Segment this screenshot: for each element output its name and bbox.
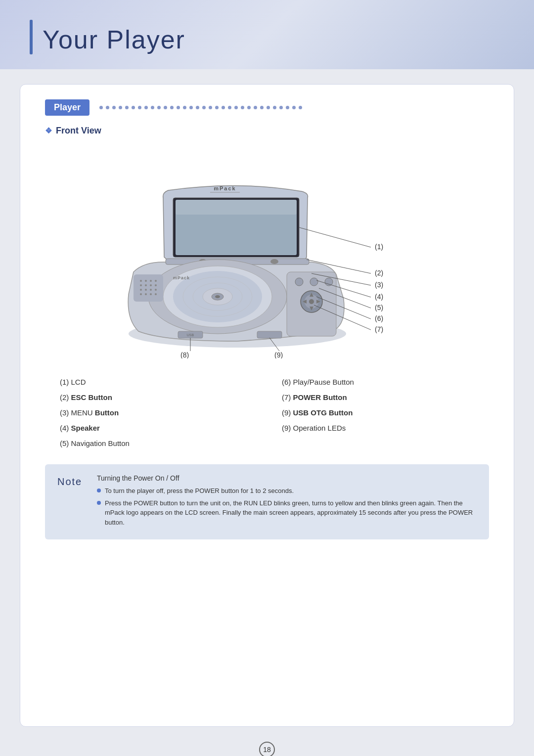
section-header: Player [45,99,489,116]
svg-point-32 [150,293,152,295]
page-number: 18 [259,742,275,756]
svg-text:(6): (6) [375,314,383,322]
svg-text:(5): (5) [375,304,383,311]
svg-point-21 [155,280,157,282]
svg-text:(3): (3) [375,281,383,289]
dot [112,106,116,109]
parts-list: (1) LCD (6) Play/Pause Button (2) ESC Bu… [60,376,474,449]
dot [106,106,109,109]
note-bullet-1: To turn the player off, press the POWER … [97,486,477,496]
svg-point-22 [140,284,142,286]
page-header: Your Player [0,0,534,69]
bullet-dot [97,489,101,492]
part-item-5: (5) Navigation Button [60,437,252,449]
svg-point-28 [150,289,152,291]
part-item-4: (4) Speaker [60,422,252,434]
svg-text:(9): (9) [274,351,283,358]
dot [286,106,289,109]
svg-point-30 [140,293,142,295]
svg-point-25 [155,284,157,286]
dot [222,106,225,109]
dot [164,106,167,109]
dot [299,106,302,109]
svg-text:mPack: mPack [173,275,190,280]
note-box: Note Turning the Power On / Off To turn … [45,464,489,539]
svg-point-27 [145,289,147,291]
svg-point-24 [150,284,152,286]
device-area: mPack [45,148,489,361]
svg-point-31 [145,293,147,295]
svg-line-49 [299,227,371,247]
part-item-2: (2) ESC Button [60,391,252,403]
svg-text:(4): (4) [375,293,383,301]
part-item-6: (6) Play/Pause Button [282,376,474,388]
dot [247,106,251,109]
note-text-2: Press the POWER button to turn the unit … [105,498,477,528]
note-label: Note [57,474,87,488]
dot [260,106,264,109]
svg-point-35 [295,278,303,286]
svg-point-44 [309,299,314,304]
dot [132,106,135,109]
dot [138,106,141,109]
part-item-3: (3) MENU Button [60,406,252,419]
note-content: Turning the Power On / Off To turn the p… [97,474,477,530]
svg-point-33 [155,293,157,295]
svg-point-23 [145,284,147,286]
dot [209,106,212,109]
header-accent-bar [30,20,33,54]
page-title: Your Player [43,25,185,54]
part-item-9a: (9) USB OTG Button [282,406,474,419]
dot [99,106,103,109]
svg-point-29 [155,289,157,291]
dot [119,106,122,109]
note-bullet-2: Press the POWER button to turn the unit … [97,498,477,528]
svg-point-36 [310,278,318,286]
note-title: Turning the Power On / Off [97,474,477,482]
sub-section-title: Front View [45,126,489,136]
dot [267,106,270,109]
dot [170,106,174,109]
svg-rect-47 [257,331,282,338]
part-item-1: (1) LCD [60,376,252,388]
dot [215,106,219,109]
content-card: Player [20,84,514,727]
dot [189,106,193,109]
svg-text:(8): (8) [180,351,189,358]
dot [241,106,244,109]
svg-rect-17 [134,274,163,302]
svg-text:(2): (2) [375,269,383,277]
note-text-1: To turn the player off, press the POWER … [105,486,294,496]
dot [254,106,257,109]
section-badge: Player [45,99,89,116]
svg-text:(7): (7) [375,325,383,333]
device-illustration: mPack [94,151,440,358]
svg-point-20 [150,280,152,282]
dot [279,106,283,109]
dot [144,106,148,109]
dot [202,106,206,109]
dot [151,106,154,109]
dot [292,106,296,109]
part-item-9b: (9) Operation LEDs [282,422,474,434]
dot [177,106,180,109]
dot [234,106,238,109]
svg-rect-3 [176,200,297,215]
page-number-area: 18 [0,742,534,756]
svg-point-16 [215,295,220,298]
bullet-dot [97,501,101,505]
svg-text:mPack: mPack [214,185,236,191]
svg-text:USB: USB [187,333,194,337]
svg-point-19 [145,280,147,282]
svg-point-18 [140,280,142,282]
dot [196,106,199,109]
svg-text:(1): (1) [375,243,383,251]
svg-point-37 [325,278,333,286]
dot-line [99,106,489,109]
dot [228,106,231,109]
svg-point-8 [270,259,278,264]
dot [125,106,129,109]
part-item-7: (7) POWER Button [282,391,474,403]
dot [157,106,161,109]
svg-point-26 [140,289,142,291]
